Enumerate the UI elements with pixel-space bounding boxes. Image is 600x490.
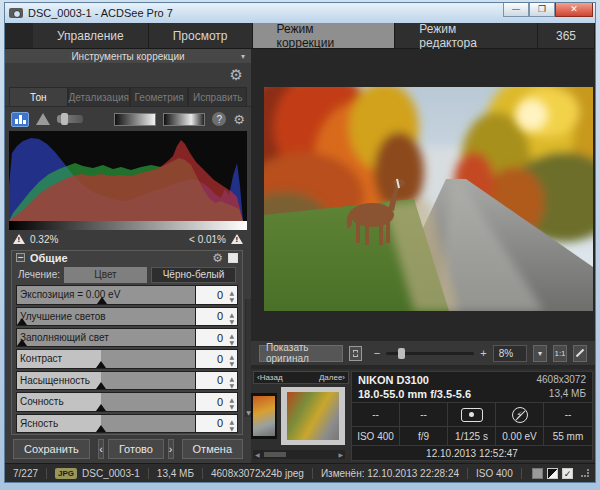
status-modified: Изменён: 12.10.2013 22:28:24 [313,468,468,479]
gradient-linear-icon[interactable] [114,113,156,126]
gradient-radial-icon[interactable] [163,113,205,126]
exif-shutter: 1/125 s [448,427,496,446]
settings-gear-icon[interactable]: ⚙ [230,68,243,83]
spinner-icon[interactable]: ▲▼ [229,418,234,432]
filmstrip-back-button[interactable]: ‹Назад [257,373,283,382]
done-button[interactable]: Готово [108,439,164,459]
slider-highlight-enhancement[interactable]: Улучшение светов 0▲▼ [16,307,238,326]
slider-handle[interactable] [96,361,106,368]
collapse-icon[interactable]: − [16,253,25,262]
slider-vibrance[interactable]: Сочность 0▲▼ [16,392,238,411]
spinner-icon[interactable]: ▲▼ [229,396,234,410]
tab-edit[interactable]: Режим редактора [395,23,538,48]
zoom-slider[interactable] [386,352,474,355]
tab-tone[interactable]: Тон [9,87,68,106]
zoom-dropdown-button[interactable]: ▾ [533,345,547,362]
slider-handle[interactable] [17,339,27,346]
exposure-warning-icon[interactable] [36,113,50,125]
prev-image-button[interactable]: ‹ [98,439,104,459]
group-enabled-checkbox[interactable] [228,253,238,263]
tab-view[interactable]: Просмотр [149,23,253,48]
slider-handle[interactable] [96,425,106,432]
slider-handle[interactable] [96,382,106,389]
cancel-button[interactable]: Отмена [182,439,243,459]
highlight-clip-warning-icon[interactable] [231,234,243,244]
exif-panel: NIKON D3100 4608x3072 18.0-55.0 mm f/3.5… [351,371,593,461]
pan-tool-button[interactable] [573,345,587,362]
scroll-right-icon[interactable]: ▶ [338,451,343,458]
tab-develop[interactable]: Режим коррекции [253,23,396,48]
slider-saturation[interactable]: Насыщенность 0▲▼ [16,371,238,390]
mode-tab-bar: Управление Просмотр Режим коррекции Режи… [5,23,595,49]
spinner-icon[interactable]: ▲▼ [229,289,234,303]
slider-handle[interactable] [17,318,27,325]
histogram[interactable] [9,131,247,221]
save-button[interactable]: Сохранить [13,439,90,459]
exif-cell: -- [352,403,400,427]
actual-size-button[interactable]: 1:1 [553,345,567,362]
tab-detail[interactable]: Детализация [68,87,130,106]
slider-exposure[interactable]: Экспозиция = 0.00 eV 0▲▼ [16,285,238,304]
slider-label: Ясность [20,418,58,429]
slider-value-input[interactable]: 0▲▼ [195,393,237,410]
spinner-icon[interactable]: ▲▼ [229,353,234,367]
spinner-icon[interactable]: ▲▼ [229,311,234,325]
slider-fill-light[interactable]: Заполняющий свет 0▲▼ [16,328,238,347]
slider-value-input[interactable]: 0▲▼ [195,329,237,346]
exif-focal: 55 mm [544,427,592,446]
tab-manage[interactable]: Управление [33,23,149,48]
spinner-icon[interactable]: ▲▼ [229,332,234,346]
show-original-button[interactable]: Показать оригинал [259,345,343,362]
fit-image-icon[interactable] [349,346,361,361]
close-button[interactable]: ✕ [555,3,593,17]
next-image-button[interactable]: › [168,439,174,459]
slider-value-input[interactable]: 0▲▼ [195,372,237,389]
status-position: 7/227 [11,468,47,479]
slider-value-input[interactable]: 0▲▼ [195,415,237,432]
histogram-gear-icon[interactable]: ⚙ [233,113,245,126]
exif-aperture: f/9 [400,427,448,446]
status-check-icon[interactable]: ✓ [562,468,573,479]
slider-handle[interactable] [96,404,106,411]
histogram-icon[interactable] [11,112,29,127]
filmstrip-scrollbar[interactable]: ◀ ▶ [253,450,345,459]
tab-repair[interactable]: Исправить [188,87,247,106]
status-contrast-icon[interactable] [547,468,558,479]
zoom-slider-handle[interactable] [398,348,405,359]
color-mode-button[interactable]: Цвет [64,267,147,283]
filmstrip-forward-button[interactable]: Далее› [319,373,345,382]
group-gear-icon[interactable]: ⚙ [212,252,223,264]
panel-header[interactable]: Инструменты коррекции ▾ [5,49,251,63]
scroll-left-icon[interactable]: ◀ [255,451,260,458]
minimize-button[interactable]: — [503,3,529,17]
zoom-level-select[interactable]: 8% [493,345,527,362]
thumbnail-previous[interactable] [251,393,277,439]
shadow-clip-warning-icon[interactable] [13,234,25,244]
bw-mode-button[interactable]: Чёрно-белый [151,267,236,283]
spinner-icon[interactable]: ▲▼ [229,375,234,389]
tab-geometry[interactable]: Геометрия [130,87,189,106]
thumbnail-current[interactable] [281,387,345,445]
metering-mode-icon [461,408,483,422]
slider-value-input[interactable]: 0▲▼ [195,308,237,325]
shadow-clip-value: 0.32% [30,234,58,245]
maximize-button[interactable]: ❐ [529,3,555,17]
slider-handle[interactable] [97,297,107,304]
sliders-icon[interactable] [57,115,83,123]
slider-value-input[interactable]: 0▲▼ [195,350,237,367]
help-icon[interactable]: ? [212,112,226,126]
photo-art [264,87,593,311]
zoom-out-button[interactable]: − [374,347,380,359]
tab-365[interactable]: 365 [538,23,595,48]
resize-grip[interactable] [581,469,589,477]
scrollbar-thumb[interactable] [264,452,286,457]
slider-value-input[interactable]: 0▲▼ [195,286,237,303]
group-title: Общие [30,252,68,264]
status-square-icon[interactable] [532,468,543,479]
histogram-toolbar: ? ⚙ [5,107,251,131]
slider-clarity[interactable]: Ясность 0▲▼ [16,414,238,433]
exif-cell: -- [544,403,592,427]
zoom-in-button[interactable]: + [480,347,486,359]
slider-contrast[interactable]: Контраст 0▲▼ [16,349,238,368]
photo-preview[interactable] [264,87,593,311]
